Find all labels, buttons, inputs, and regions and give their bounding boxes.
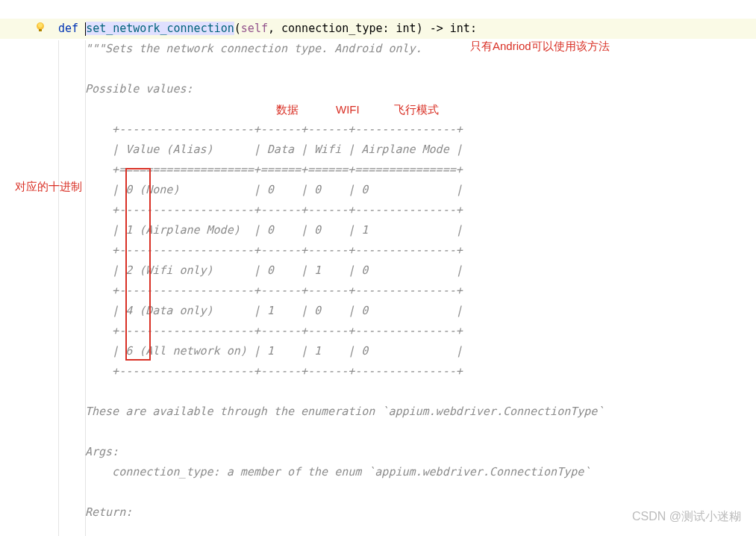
table-border-bottom[interactable]: +--------------------+------+------+----…: [85, 361, 463, 381]
docstring-args-header[interactable]: Args:: [85, 442, 119, 462]
annotation-highlight-box: [125, 168, 151, 361]
docstring-summary[interactable]: """Sets the network connection type. And…: [85, 39, 422, 59]
svg-rect-1: [39, 29, 42, 31]
param-connection-type: connection_type: [281, 22, 382, 35]
annotation-decimal: 对应的十进制: [15, 180, 82, 194]
annotation-col-wifi: WIFI: [336, 103, 360, 116]
watermark: CSDN @测试小迷糊: [632, 509, 741, 525]
docstring-return-header[interactable]: Return:: [85, 502, 132, 523]
annotation-col-airplane: 飞行模式: [394, 103, 439, 117]
docstring-possible-values[interactable]: Possible values:: [85, 79, 193, 99]
function-signature[interactable]: def set_network_connection(self, connect…: [58, 19, 477, 39]
keyword-def: def: [58, 22, 78, 35]
lightbulb-icon[interactable]: [34, 21, 46, 35]
docstring-args-detail[interactable]: connection_type: a member of the enum `a…: [85, 462, 590, 482]
annotation-col-data: 数据: [276, 103, 299, 117]
docstring-enum-note[interactable]: These are available through the enumerat…: [85, 402, 604, 422]
param-self: self: [241, 22, 268, 35]
svg-point-2: [38, 23, 43, 28]
indent-guide: [58, 40, 59, 536]
annotation-android-only: 只有Andriod可以使用该方法: [470, 40, 610, 54]
table-border-top[interactable]: +--------------------+------+------+----…: [85, 119, 463, 140]
function-name: set_network_connection: [86, 22, 234, 35]
table-header[interactable]: | Value (Alias) | Data | Wifi | Airplane…: [85, 140, 463, 160]
